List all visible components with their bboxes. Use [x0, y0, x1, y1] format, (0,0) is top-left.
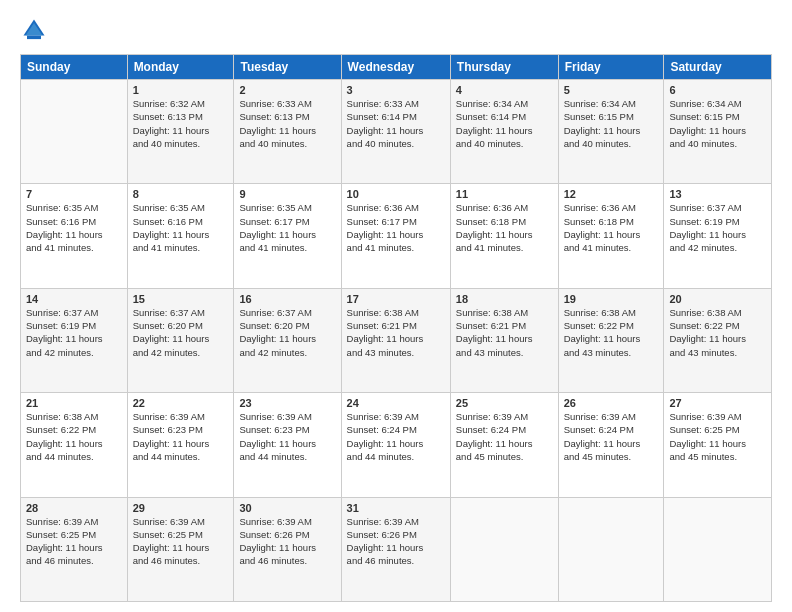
week-row-4: 28Sunrise: 6:39 AM Sunset: 6:25 PM Dayli…	[21, 497, 772, 601]
day-info: Sunrise: 6:37 AM Sunset: 6:19 PM Dayligh…	[26, 306, 122, 359]
calendar-cell	[558, 497, 664, 601]
day-info: Sunrise: 6:34 AM Sunset: 6:15 PM Dayligh…	[669, 97, 766, 150]
day-info: Sunrise: 6:33 AM Sunset: 6:13 PM Dayligh…	[239, 97, 335, 150]
day-number: 22	[133, 397, 229, 409]
calendar-cell: 4Sunrise: 6:34 AM Sunset: 6:14 PM Daylig…	[450, 80, 558, 184]
calendar-cell: 31Sunrise: 6:39 AM Sunset: 6:26 PM Dayli…	[341, 497, 450, 601]
day-number: 15	[133, 293, 229, 305]
day-number: 12	[564, 188, 659, 200]
day-number: 4	[456, 84, 553, 96]
header-row: SundayMondayTuesdayWednesdayThursdayFrid…	[21, 55, 772, 80]
day-number: 31	[347, 502, 445, 514]
day-info: Sunrise: 6:38 AM Sunset: 6:22 PM Dayligh…	[26, 410, 122, 463]
day-info: Sunrise: 6:38 AM Sunset: 6:21 PM Dayligh…	[347, 306, 445, 359]
calendar-cell: 2Sunrise: 6:33 AM Sunset: 6:13 PM Daylig…	[234, 80, 341, 184]
calendar-cell: 18Sunrise: 6:38 AM Sunset: 6:21 PM Dayli…	[450, 288, 558, 392]
col-header-thursday: Thursday	[450, 55, 558, 80]
day-number: 5	[564, 84, 659, 96]
calendar-cell: 7Sunrise: 6:35 AM Sunset: 6:16 PM Daylig…	[21, 184, 128, 288]
day-info: Sunrise: 6:38 AM Sunset: 6:21 PM Dayligh…	[456, 306, 553, 359]
day-info: Sunrise: 6:39 AM Sunset: 6:24 PM Dayligh…	[347, 410, 445, 463]
day-info: Sunrise: 6:36 AM Sunset: 6:18 PM Dayligh…	[564, 201, 659, 254]
day-number: 23	[239, 397, 335, 409]
day-number: 10	[347, 188, 445, 200]
col-header-tuesday: Tuesday	[234, 55, 341, 80]
day-info: Sunrise: 6:36 AM Sunset: 6:18 PM Dayligh…	[456, 201, 553, 254]
day-number: 21	[26, 397, 122, 409]
day-number: 20	[669, 293, 766, 305]
day-info: Sunrise: 6:34 AM Sunset: 6:15 PM Dayligh…	[564, 97, 659, 150]
calendar-cell: 20Sunrise: 6:38 AM Sunset: 6:22 PM Dayli…	[664, 288, 772, 392]
calendar-table: SundayMondayTuesdayWednesdayThursdayFrid…	[20, 54, 772, 602]
calendar-cell: 27Sunrise: 6:39 AM Sunset: 6:25 PM Dayli…	[664, 393, 772, 497]
day-number: 17	[347, 293, 445, 305]
calendar-cell: 14Sunrise: 6:37 AM Sunset: 6:19 PM Dayli…	[21, 288, 128, 392]
calendar-cell: 5Sunrise: 6:34 AM Sunset: 6:15 PM Daylig…	[558, 80, 664, 184]
calendar-cell: 25Sunrise: 6:39 AM Sunset: 6:24 PM Dayli…	[450, 393, 558, 497]
day-info: Sunrise: 6:38 AM Sunset: 6:22 PM Dayligh…	[564, 306, 659, 359]
day-info: Sunrise: 6:38 AM Sunset: 6:22 PM Dayligh…	[669, 306, 766, 359]
calendar-cell: 30Sunrise: 6:39 AM Sunset: 6:26 PM Dayli…	[234, 497, 341, 601]
day-info: Sunrise: 6:39 AM Sunset: 6:23 PM Dayligh…	[239, 410, 335, 463]
calendar-cell: 9Sunrise: 6:35 AM Sunset: 6:17 PM Daylig…	[234, 184, 341, 288]
day-number: 11	[456, 188, 553, 200]
col-header-friday: Friday	[558, 55, 664, 80]
week-row-1: 7Sunrise: 6:35 AM Sunset: 6:16 PM Daylig…	[21, 184, 772, 288]
week-row-0: 1Sunrise: 6:32 AM Sunset: 6:13 PM Daylig…	[21, 80, 772, 184]
calendar-cell: 24Sunrise: 6:39 AM Sunset: 6:24 PM Dayli…	[341, 393, 450, 497]
day-number: 8	[133, 188, 229, 200]
calendar-cell: 16Sunrise: 6:37 AM Sunset: 6:20 PM Dayli…	[234, 288, 341, 392]
day-info: Sunrise: 6:39 AM Sunset: 6:26 PM Dayligh…	[347, 515, 445, 568]
day-number: 14	[26, 293, 122, 305]
calendar-cell: 6Sunrise: 6:34 AM Sunset: 6:15 PM Daylig…	[664, 80, 772, 184]
calendar-cell: 12Sunrise: 6:36 AM Sunset: 6:18 PM Dayli…	[558, 184, 664, 288]
calendar-cell: 28Sunrise: 6:39 AM Sunset: 6:25 PM Dayli…	[21, 497, 128, 601]
day-number: 9	[239, 188, 335, 200]
day-info: Sunrise: 6:39 AM Sunset: 6:24 PM Dayligh…	[564, 410, 659, 463]
calendar-cell: 13Sunrise: 6:37 AM Sunset: 6:19 PM Dayli…	[664, 184, 772, 288]
day-info: Sunrise: 6:35 AM Sunset: 6:16 PM Dayligh…	[26, 201, 122, 254]
calendar-cell: 22Sunrise: 6:39 AM Sunset: 6:23 PM Dayli…	[127, 393, 234, 497]
calendar-cell: 17Sunrise: 6:38 AM Sunset: 6:21 PM Dayli…	[341, 288, 450, 392]
day-number: 7	[26, 188, 122, 200]
col-header-wednesday: Wednesday	[341, 55, 450, 80]
calendar-cell	[450, 497, 558, 601]
calendar-cell: 21Sunrise: 6:38 AM Sunset: 6:22 PM Dayli…	[21, 393, 128, 497]
day-number: 19	[564, 293, 659, 305]
day-info: Sunrise: 6:39 AM Sunset: 6:24 PM Dayligh…	[456, 410, 553, 463]
day-number: 24	[347, 397, 445, 409]
header	[20, 16, 772, 44]
day-number: 3	[347, 84, 445, 96]
calendar-cell: 19Sunrise: 6:38 AM Sunset: 6:22 PM Dayli…	[558, 288, 664, 392]
day-info: Sunrise: 6:32 AM Sunset: 6:13 PM Dayligh…	[133, 97, 229, 150]
day-number: 26	[564, 397, 659, 409]
day-info: Sunrise: 6:33 AM Sunset: 6:14 PM Dayligh…	[347, 97, 445, 150]
calendar-cell: 11Sunrise: 6:36 AM Sunset: 6:18 PM Dayli…	[450, 184, 558, 288]
calendar-cell: 1Sunrise: 6:32 AM Sunset: 6:13 PM Daylig…	[127, 80, 234, 184]
week-row-2: 14Sunrise: 6:37 AM Sunset: 6:19 PM Dayli…	[21, 288, 772, 392]
day-info: Sunrise: 6:37 AM Sunset: 6:19 PM Dayligh…	[669, 201, 766, 254]
col-header-saturday: Saturday	[664, 55, 772, 80]
day-info: Sunrise: 6:34 AM Sunset: 6:14 PM Dayligh…	[456, 97, 553, 150]
logo-icon	[20, 16, 48, 44]
day-number: 29	[133, 502, 229, 514]
page: SundayMondayTuesdayWednesdayThursdayFrid…	[0, 0, 792, 612]
logo	[20, 16, 52, 44]
day-info: Sunrise: 6:39 AM Sunset: 6:25 PM Dayligh…	[669, 410, 766, 463]
calendar-cell: 8Sunrise: 6:35 AM Sunset: 6:16 PM Daylig…	[127, 184, 234, 288]
calendar-cell	[664, 497, 772, 601]
col-header-sunday: Sunday	[21, 55, 128, 80]
day-info: Sunrise: 6:39 AM Sunset: 6:25 PM Dayligh…	[26, 515, 122, 568]
calendar-cell: 29Sunrise: 6:39 AM Sunset: 6:25 PM Dayli…	[127, 497, 234, 601]
day-info: Sunrise: 6:39 AM Sunset: 6:25 PM Dayligh…	[133, 515, 229, 568]
day-number: 28	[26, 502, 122, 514]
calendar-cell: 10Sunrise: 6:36 AM Sunset: 6:17 PM Dayli…	[341, 184, 450, 288]
col-header-monday: Monday	[127, 55, 234, 80]
week-row-3: 21Sunrise: 6:38 AM Sunset: 6:22 PM Dayli…	[21, 393, 772, 497]
calendar-cell: 26Sunrise: 6:39 AM Sunset: 6:24 PM Dayli…	[558, 393, 664, 497]
day-info: Sunrise: 6:36 AM Sunset: 6:17 PM Dayligh…	[347, 201, 445, 254]
day-info: Sunrise: 6:35 AM Sunset: 6:17 PM Dayligh…	[239, 201, 335, 254]
day-number: 13	[669, 188, 766, 200]
calendar-cell	[21, 80, 128, 184]
svg-rect-2	[27, 36, 41, 40]
